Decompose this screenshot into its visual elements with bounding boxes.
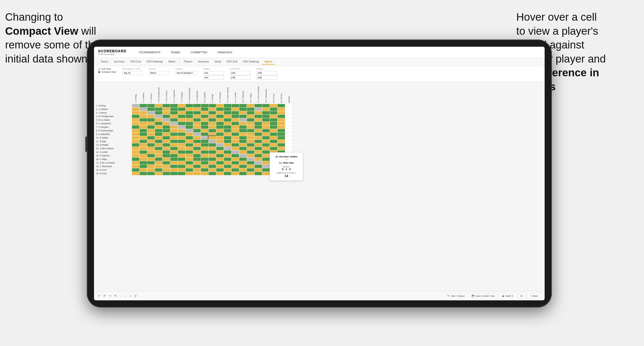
cell-7-13[interactable] xyxy=(231,129,239,132)
cell-14-15[interactable] xyxy=(247,154,254,157)
cell-6-5[interactable] xyxy=(170,125,178,129)
layout-btn[interactable]: ⊞ xyxy=(518,294,525,298)
cell-9-18[interactable] xyxy=(270,136,277,140)
cell-15-10[interactable] xyxy=(208,157,216,161)
cell-19-5[interactable] xyxy=(170,172,178,175)
cell-2-5[interactable] xyxy=(170,111,178,115)
cell-12-9[interactable] xyxy=(201,147,208,150)
cell-15-5[interactable] xyxy=(170,157,178,161)
cell-11-15[interactable] xyxy=(247,143,254,147)
cell-9-4[interactable] xyxy=(162,136,170,140)
forward-icon[interactable]: ⟳ xyxy=(103,294,106,298)
cell-14-1[interactable] xyxy=(139,154,147,157)
cell-18-14[interactable] xyxy=(239,168,247,172)
cell-3-17[interactable] xyxy=(262,115,270,118)
cell-14-5[interactable] xyxy=(170,154,178,157)
dots-icon[interactable]: ··· xyxy=(124,294,126,298)
cell-1-19[interactable] xyxy=(277,107,285,111)
cell-1-20[interactable] xyxy=(285,107,293,111)
cell-19-17[interactable] xyxy=(262,172,270,175)
cell-7-1[interactable] xyxy=(139,129,147,132)
cell-6-4[interactable] xyxy=(162,125,170,129)
cell-15-7[interactable] xyxy=(185,157,193,161)
cell-3-9[interactable] xyxy=(201,115,208,118)
cell-18-7[interactable] xyxy=(185,168,193,172)
cell-3-10[interactable] xyxy=(208,115,216,118)
cell-1-9[interactable] xyxy=(201,107,208,111)
cell-19-12[interactable] xyxy=(224,172,231,175)
cell-11-13[interactable] xyxy=(231,143,239,147)
players-select-1[interactable]: (All) xyxy=(256,71,277,75)
cell-16-11[interactable] xyxy=(216,161,224,165)
cell-12-0[interactable] xyxy=(132,147,139,150)
cell-13-1[interactable] xyxy=(139,150,147,154)
cell-13-3[interactable] xyxy=(155,150,162,154)
cell-6-2[interactable] xyxy=(147,125,155,129)
cell-4-12[interactable] xyxy=(224,118,231,122)
cell-8-6[interactable] xyxy=(178,132,185,136)
cell-14-8[interactable] xyxy=(193,154,201,157)
cell-3-5[interactable] xyxy=(170,115,178,118)
cell-18-17[interactable] xyxy=(262,168,270,172)
cell-18-10[interactable] xyxy=(208,168,216,172)
cell-5-18[interactable] xyxy=(270,122,277,125)
cell-8-14[interactable] xyxy=(239,132,247,136)
cell-13-0[interactable] xyxy=(132,150,139,154)
cell-4-19[interactable] xyxy=(277,118,285,122)
cell-10-19[interactable] xyxy=(277,140,285,143)
cell-17-16[interactable] xyxy=(254,165,262,168)
cell-11-14[interactable] xyxy=(239,143,247,147)
cell-9-10[interactable] xyxy=(208,136,216,140)
cell-8-4[interactable] xyxy=(162,132,170,136)
cell-15-17[interactable] xyxy=(262,157,270,161)
cell-2-10[interactable] xyxy=(208,111,216,115)
cell-9-9[interactable] xyxy=(201,136,208,140)
cell-2-2[interactable] xyxy=(147,111,155,115)
cell-12-5[interactable] xyxy=(170,147,178,150)
matrix-area[interactable]: 1. W Ding 2. L Clanton 3. J Köivun 4. M … xyxy=(94,81,545,291)
cell-13-7[interactable] xyxy=(185,150,193,154)
cell-1-2[interactable] xyxy=(147,107,155,111)
cell-7-2[interactable] xyxy=(147,129,155,132)
cell-17-3[interactable] xyxy=(155,165,162,168)
cell-16-0[interactable] xyxy=(132,161,139,165)
cell-17-5[interactable] xyxy=(170,165,178,168)
cell-9-12[interactable] xyxy=(224,136,231,140)
cell-11-18[interactable] xyxy=(270,143,277,147)
cell-11-11[interactable] xyxy=(216,143,224,147)
cell-4-10[interactable] xyxy=(208,118,216,122)
cell-6-9[interactable] xyxy=(201,125,208,129)
cell-7-4[interactable] xyxy=(162,129,170,132)
cell-10-13[interactable] xyxy=(231,140,239,143)
cell-11-4[interactable] xyxy=(162,143,170,147)
cell-16-1[interactable] xyxy=(139,161,147,165)
cell-1-8[interactable] xyxy=(193,107,201,111)
cell-13-14[interactable] xyxy=(239,150,247,154)
cell-3-19[interactable] xyxy=(277,115,285,118)
cell-5-19[interactable] xyxy=(277,122,285,125)
cell-11-8[interactable] xyxy=(193,143,201,147)
cell-17-9[interactable] xyxy=(201,165,208,168)
cell-8-7[interactable] xyxy=(185,132,193,136)
cell-0-19[interactable] xyxy=(277,104,285,107)
cell-1-14[interactable] xyxy=(239,107,247,111)
cell-13-15[interactable] xyxy=(247,150,254,154)
cell-11-17[interactable] xyxy=(262,143,270,147)
cell-4-15[interactable] xyxy=(247,118,254,122)
cell-9-11[interactable] xyxy=(216,136,224,140)
cell-12-11[interactable] xyxy=(216,147,224,150)
cell-6-12[interactable] xyxy=(224,125,231,129)
cell-14-12[interactable] xyxy=(224,154,231,157)
cell-8-5[interactable] xyxy=(170,132,178,136)
region-select-1[interactable]: N/A xyxy=(203,71,224,75)
cell-15-11[interactable] xyxy=(216,157,224,161)
tab-h2h-grid-players[interactable]: H2H Grid xyxy=(224,59,240,65)
cell-19-7[interactable] xyxy=(185,172,193,175)
cell-1-4[interactable] xyxy=(162,107,170,111)
cell-5-9[interactable] xyxy=(201,122,208,125)
cell-7-12[interactable] xyxy=(224,129,231,132)
cell-8-2[interactable] xyxy=(147,132,155,136)
nav-tournaments[interactable]: TOURNAMENTS xyxy=(137,50,162,55)
cell-10-17[interactable] xyxy=(262,140,270,143)
cell-10-5[interactable] xyxy=(170,140,178,143)
